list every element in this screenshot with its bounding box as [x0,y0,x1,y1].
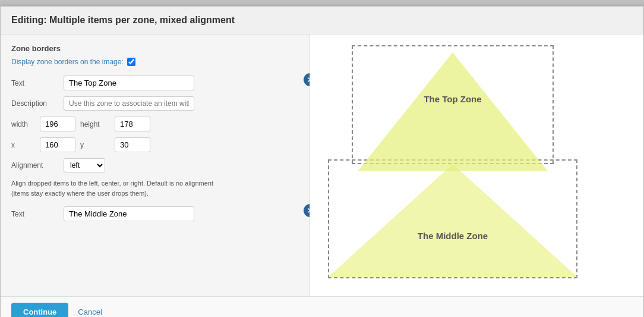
right-panel: The Top Zone The Middle Zone [310,34,643,296]
zone2-text-row: Text [11,206,299,221]
zone1-pos-row: x y [11,137,299,152]
zone2-text-label: Text [11,210,59,218]
display-borders-row: Display zone borders on the image: [11,58,299,66]
zone2-block: Text ✕ [11,206,299,221]
continue-button[interactable]: Continue [11,303,68,317]
zone1-dim-row: width height [11,117,299,131]
display-borders-checkbox[interactable] [127,58,135,66]
zone1-block: Text Description width height x y [11,76,299,198]
zone1-align-note: Align dropped items to the left, center,… [11,178,225,198]
zone1-height-label: height [80,120,110,128]
zone-borders-title: Zone borders [11,44,299,53]
dialog-title: Editing: Multiple items per zone, mixed … [1,7,643,34]
zone1-x-input[interactable] [40,137,75,152]
zone1-align-row: Alignment left center right [11,158,299,172]
zone1-y-input[interactable] [115,137,150,152]
viz-top-zone-label: The Top Zone [352,94,554,104]
viz-container: The Top Zone The Middle Zone [310,34,643,296]
left-panel: Zone borders Display zone borders on the… [1,34,310,296]
zone1-text-row: Text [11,76,299,90]
zone1-desc-label: Description [11,99,59,108]
dialog-body: Zone borders Display zone borders on the… [1,34,643,296]
zone1-desc-input[interactable] [64,96,194,111]
zone1-align-label: Alignment [11,161,59,170]
zone1-height-input[interactable] [115,117,150,131]
zone2-text-input[interactable] [64,206,194,221]
dialog: Editing: Multiple items per zone, mixed … [0,6,644,317]
zone1-y-label: y [80,141,110,149]
display-borders-label: Display zone borders on the image: [11,58,124,66]
cancel-button[interactable]: Cancel [78,307,102,316]
viz-middle-zone-label: The Middle Zone [328,231,577,241]
zone1-align-select[interactable]: left center right [64,158,105,172]
zone1-x-label: x [11,141,35,149]
zone1-desc-row: Description [11,96,299,111]
viz-triangle-top [358,52,548,171]
zone1-width-input[interactable] [40,117,75,131]
zone1-text-label: Text [11,79,59,87]
zone1-width-label: width [11,120,35,128]
zone1-text-input[interactable] [64,76,194,90]
dialog-footer: Continue Cancel [1,296,643,317]
viz-triangle-bottom [328,164,577,277]
